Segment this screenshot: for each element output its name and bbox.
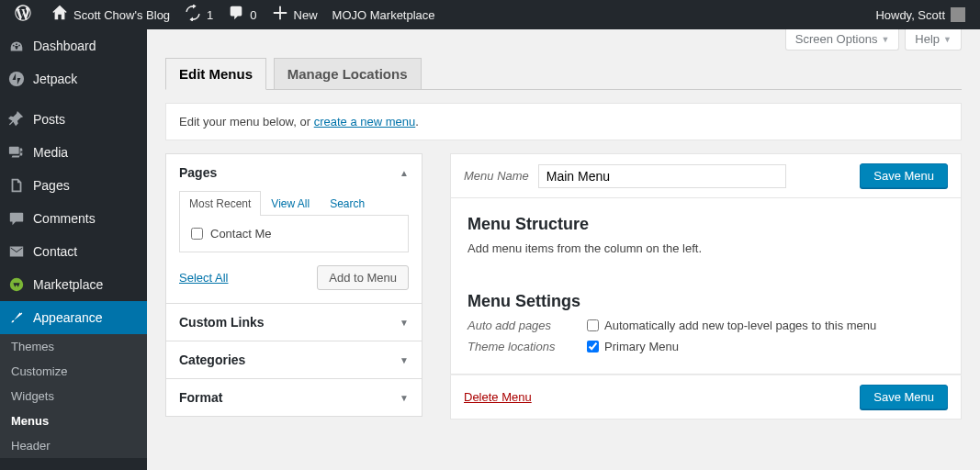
screen-meta: Screen Options▼ Help▼ xyxy=(147,29,980,50)
wordpress-icon xyxy=(15,5,31,25)
menu-structure-heading: Menu Structure xyxy=(467,215,944,234)
create-new-menu-link[interactable]: create a new menu xyxy=(314,115,416,129)
appearance-submenu: Themes Customize Widgets Menus Header xyxy=(0,334,147,420)
menu-items-accordion: Pages▲ Most Recent View All Search Conta… xyxy=(165,153,422,420)
submenu-menus[interactable]: Menus xyxy=(0,408,147,420)
admin-menu: Dashboard Jetpack Posts Media Pages Comm… xyxy=(0,29,147,420)
auto-add-option[interactable]: Automatically add new top-level pages to… xyxy=(587,319,876,332)
tab-most-recent[interactable]: Most Recent xyxy=(179,191,261,216)
delete-menu-link[interactable]: Delete Menu xyxy=(464,390,532,404)
accordion-format: Format▼ xyxy=(165,378,422,417)
chevron-down-icon: ▼ xyxy=(943,35,952,44)
menu-footer-row: Delete Menu Save Menu xyxy=(450,375,962,420)
admin-bar: Scott Chow's Blog 1 0 New MOJO Marketpla… xyxy=(0,0,980,29)
pages-panel: Contact Me xyxy=(179,216,409,252)
accordion-format-header[interactable]: Format▼ xyxy=(166,379,422,416)
update-icon xyxy=(185,5,201,25)
new-link[interactable]: New xyxy=(265,0,325,29)
caret-down-icon: ▼ xyxy=(400,393,409,403)
marketplace-icon xyxy=(7,275,26,294)
page-item-checkbox[interactable] xyxy=(191,228,203,240)
save-menu-button-bottom[interactable]: Save Menu xyxy=(860,385,948,409)
menu-name-input[interactable] xyxy=(538,164,786,188)
dashboard-icon xyxy=(7,37,26,55)
submenu-themes[interactable]: Themes xyxy=(0,334,147,359)
accordion-pages: Pages▲ Most Recent View All Search Conta… xyxy=(165,153,422,304)
primary-menu-option[interactable]: Primary Menu xyxy=(587,340,679,353)
menu-settings-heading: Menu Settings xyxy=(467,292,944,311)
tab-manage-locations[interactable]: Manage Locations xyxy=(274,58,422,90)
pin-icon xyxy=(7,110,26,129)
accordion-custom-links: Custom Links▼ xyxy=(165,303,422,341)
mojo-link[interactable]: MOJO Marketplace xyxy=(325,0,443,29)
brush-icon xyxy=(7,308,26,327)
auto-add-label: Auto add pages xyxy=(467,319,587,332)
plus-icon xyxy=(272,5,288,25)
theme-locations-label: Theme locations xyxy=(467,340,587,353)
chevron-down-icon: ▼ xyxy=(881,35,889,44)
accordion-pages-header[interactable]: Pages▲ xyxy=(166,154,422,191)
tab-view-all[interactable]: View All xyxy=(261,191,320,216)
comment-icon xyxy=(7,209,26,228)
pages-icon xyxy=(7,176,26,195)
menu-appearance[interactable]: Appearance xyxy=(0,301,147,334)
screen-options-button[interactable]: Screen Options▼ xyxy=(785,29,900,50)
menu-contact[interactable]: Contact xyxy=(0,235,147,268)
menu-editor: Menu Name Save Menu Menu Structure Add m… xyxy=(450,153,962,420)
comments-count: 0 xyxy=(250,8,256,22)
menu-media[interactable]: Media xyxy=(0,136,147,169)
menu-posts[interactable]: Posts xyxy=(0,103,147,136)
comments-icon xyxy=(228,5,244,25)
tab-search[interactable]: Search xyxy=(320,191,375,216)
caret-up-icon: ▲ xyxy=(400,168,409,178)
accordion-custom-links-header[interactable]: Custom Links▼ xyxy=(166,304,422,341)
nav-tabs: Edit Menus Manage Locations xyxy=(165,58,962,90)
menu-header-row: Menu Name Save Menu xyxy=(450,153,962,198)
menu-marketplace[interactable]: Marketplace xyxy=(0,268,147,301)
add-to-menu-button[interactable]: Add to Menu xyxy=(317,265,409,290)
account-link[interactable]: Howdy, Scott xyxy=(868,0,973,29)
menu-pages[interactable]: Pages xyxy=(0,169,147,202)
menu-comments[interactable]: Comments xyxy=(0,202,147,235)
manage-menus-bar: Edit your menu below, or create a new me… xyxy=(165,103,962,140)
comments-link[interactable]: 0 xyxy=(220,0,264,29)
menu-structure-hint: Add menu items from the column on the le… xyxy=(467,241,944,255)
menu-jetpack[interactable]: Jetpack xyxy=(0,62,147,95)
menu-dashboard[interactable]: Dashboard xyxy=(0,29,147,62)
jetpack-icon xyxy=(7,70,26,88)
home-icon xyxy=(51,5,68,25)
caret-down-icon: ▼ xyxy=(400,355,409,365)
submenu-customize[interactable]: Customize xyxy=(0,359,147,384)
mail-icon xyxy=(7,242,26,261)
caret-down-icon: ▼ xyxy=(400,318,409,328)
auto-add-checkbox[interactable] xyxy=(587,319,599,331)
pages-tabs: Most Recent View All Search xyxy=(179,191,409,216)
menu-name-label: Menu Name xyxy=(464,169,529,183)
manage-text: Edit your menu below, or xyxy=(179,115,314,129)
updates-count: 1 xyxy=(207,8,213,22)
accordion-categories-header[interactable]: Categories▼ xyxy=(166,341,422,378)
page-item-row[interactable]: Contact Me xyxy=(191,227,397,241)
avatar xyxy=(951,7,965,22)
submenu-widgets[interactable]: Widgets xyxy=(0,384,147,408)
site-name-link[interactable]: Scott Chow's Blog xyxy=(44,0,177,29)
media-icon xyxy=(7,143,26,162)
updates-link[interactable]: 1 xyxy=(177,0,220,29)
primary-menu-checkbox[interactable] xyxy=(587,341,599,352)
help-button[interactable]: Help▼ xyxy=(905,29,962,50)
howdy-text: Howdy, Scott xyxy=(875,8,945,22)
tab-edit-menus[interactable]: Edit Menus xyxy=(165,58,266,90)
svg-point-0 xyxy=(9,72,24,86)
new-label: New xyxy=(294,8,318,22)
wp-logo[interactable] xyxy=(7,0,44,29)
select-all-link[interactable]: Select All xyxy=(179,271,228,285)
save-menu-button-top[interactable]: Save Menu xyxy=(860,163,948,188)
accordion-categories: Categories▼ xyxy=(165,341,422,379)
site-name: Scott Chow's Blog xyxy=(73,8,170,22)
